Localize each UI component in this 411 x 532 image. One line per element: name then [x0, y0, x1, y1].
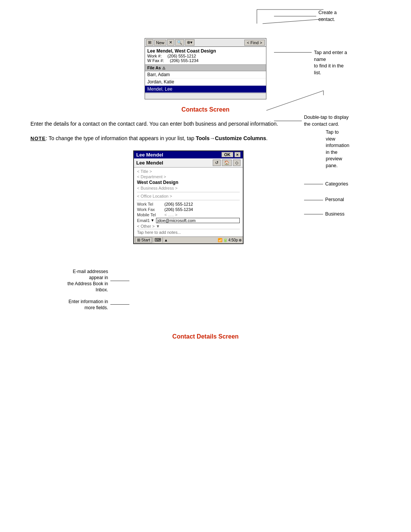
note-end: .: [266, 135, 268, 141]
details-nav-bar: Lee Mendel ↺ 🏠 ◇: [134, 158, 243, 168]
personal-annotation: Personal: [304, 197, 348, 203]
contact-item-jordan[interactable]: Jordan, Katie: [145, 78, 266, 86]
nav-icon-home[interactable]: 🏠: [222, 160, 232, 166]
more-fields-text: Enter information in more fields.: [63, 299, 108, 311]
contacts-btn[interactable]: ⊞: [146, 39, 153, 46]
fax-label: W Fax #:: [147, 58, 164, 63]
more-button[interactable]: ⊗▾: [185, 39, 194, 46]
annotation-find-text: Tap and enter a nameto find it in the li…: [314, 50, 349, 76]
new-button-label: New: [156, 40, 164, 45]
top-diagram: ⊞ New ✕ 🔍 ⊗▾ < Find >: [30, 23, 381, 99]
ok-label: OK: [224, 152, 231, 157]
email-label: Email1: [137, 218, 150, 223]
taskbar-end-icon: ⊕: [239, 238, 242, 242]
categories-line: [304, 184, 323, 184]
work-fax-value: (206) 555-1234: [164, 207, 193, 212]
contacts-list: Barr, Adam Jordan, Katie Mendel, Lee: [145, 71, 266, 93]
work-phone-label: Work #:: [147, 54, 162, 58]
new-button[interactable]: New: [154, 40, 166, 46]
nav-icon-refresh[interactable]: ↺: [213, 160, 221, 166]
notes-field[interactable]: Tap here to add notes...: [137, 229, 240, 235]
taskbar-sep-1: [153, 237, 153, 243]
search-button[interactable]: 🔍: [175, 39, 184, 46]
note-label: NOTE: [30, 136, 46, 141]
nav-icon-edit[interactable]: ◇: [233, 160, 241, 166]
office-field[interactable]: < Office Location >: [137, 193, 240, 199]
more-icon: ⊗▾: [187, 40, 193, 45]
preview-fax: W Fax #: (206) 555-1234: [147, 58, 264, 63]
find-button[interactable]: < Find >: [244, 40, 265, 46]
battery-icon: 🔋: [223, 238, 228, 242]
preview-work-phone: Work #: (206) 555-1212: [147, 54, 264, 58]
details-diagram-wrapper: E-mail addresses appear inthe Address Bo…: [63, 150, 348, 326]
contact-name-jordan: Jordan, Katie: [147, 79, 174, 85]
annotation-create: Create a contact.: [274, 10, 349, 23]
keyboard-icon[interactable]: ⌨: [155, 237, 161, 243]
work-fax-label: Work Fax: [137, 207, 164, 212]
start-button[interactable]: ⊞ Start: [135, 237, 152, 243]
other-label: < Other > ▼: [137, 224, 160, 228]
taskbar-up-icon[interactable]: ▲: [164, 238, 168, 242]
edit-icon: ◇: [235, 160, 238, 165]
note-body: : To change the type of information that…: [46, 135, 196, 141]
close-button[interactable]: ×: [234, 152, 241, 157]
personal-line: [304, 200, 323, 200]
contact-item-mendel[interactable]: Mendel, Lee: [145, 86, 266, 93]
business-annotation: Business: [304, 211, 348, 218]
email-row: Email1 ▼: [137, 217, 240, 224]
more-fields-annotation: Enter information in more fields.: [63, 299, 129, 311]
contacts-toolbar: ⊞ New ✕ 🔍 ⊗▾ < Find >: [145, 38, 266, 47]
business-line: [304, 214, 323, 214]
create-line: [274, 16, 316, 16]
delete-button[interactable]: ✕: [167, 39, 174, 46]
categories-text: Categories: [325, 181, 348, 188]
contact-name-barr: Barr, Adam: [147, 72, 170, 77]
annotation-dt-text: Double-tap to display the contact card.: [304, 114, 349, 128]
email-input[interactable]: [156, 218, 240, 223]
contacts-bottom-bar: [145, 93, 266, 99]
address-field[interactable]: < Business Address >: [137, 185, 240, 191]
title-field[interactable]: < Title >: [137, 169, 240, 174]
work-tel-row: Work Tel (206) 555-1212: [137, 201, 240, 207]
contacts-diagram-wrapper: ⊞ New ✕ 🔍 ⊗▾ < Find >: [145, 23, 266, 99]
department-field[interactable]: < Department >: [137, 174, 240, 179]
details-taskbar: ⊞ Start ⌨ ▲ 📶 🔋 4:50p ⊕: [134, 236, 243, 243]
work-fax-row: Work Fax (206) 555-1234: [137, 207, 240, 212]
taskbar-sep-2: [162, 237, 163, 243]
details-screen: Lee Mendel OK × Lee Mendel ↺: [133, 150, 244, 244]
more-fields-line: [110, 304, 129, 305]
taskbar-time: 4:50p: [228, 238, 238, 242]
dt-line: [274, 121, 302, 121]
contact-item-barr[interactable]: Barr, Adam: [145, 71, 266, 78]
home-icon: 🏠: [224, 160, 229, 165]
close-icon: ×: [236, 152, 239, 157]
delete-icon: ✕: [169, 40, 172, 45]
email-annotation-text: E-mail addresses appear inthe Address Bo…: [63, 268, 108, 293]
preview-contact-name: Lee Mendel, West Coast Design: [147, 48, 264, 54]
refresh-icon: ↺: [215, 160, 218, 165]
other-row[interactable]: < Other > ▼: [137, 224, 240, 229]
contacts-list-header: File As △: [145, 65, 266, 71]
company-field[interactable]: West Coast Design: [137, 179, 240, 185]
network-icon: 📶: [218, 238, 222, 242]
personal-text: Personal: [325, 197, 344, 203]
annotation-find: Tap and enter a nameto find it in the li…: [274, 50, 349, 76]
page: ⊞ New ✕ 🔍 ⊗▾ < Find >: [0, 0, 411, 532]
list-header-label: File As: [147, 66, 161, 70]
ok-button[interactable]: OK: [221, 152, 233, 157]
search-icon: 🔍: [177, 40, 182, 45]
annotation-dt-line: Double-tap to display the contact card.: [274, 114, 349, 128]
email-dropdown-icon[interactable]: ▼: [151, 218, 155, 222]
sort-icon: △: [162, 66, 165, 70]
work-phone-value: (206) 555-1212: [167, 54, 196, 58]
categories-annotation: Categories: [304, 181, 348, 188]
email-annotation: E-mail addresses appear inthe Address Bo…: [63, 268, 129, 293]
fax-value: (206) 555-1234: [170, 58, 198, 63]
contacts-preview: Lee Mendel, West Coast Design Work #: (2…: [145, 47, 266, 65]
contacts-icon: ⊞: [148, 40, 151, 45]
business-text: Business: [325, 211, 345, 218]
left-annotations: E-mail addresses appear inthe Address Bo…: [63, 268, 129, 311]
mobile-tel-label: Mobile Tel: [137, 212, 164, 217]
details-titlebar: Lee Mendel OK ×: [134, 151, 243, 158]
notes-placeholder: Tap here to add notes...: [137, 230, 181, 235]
